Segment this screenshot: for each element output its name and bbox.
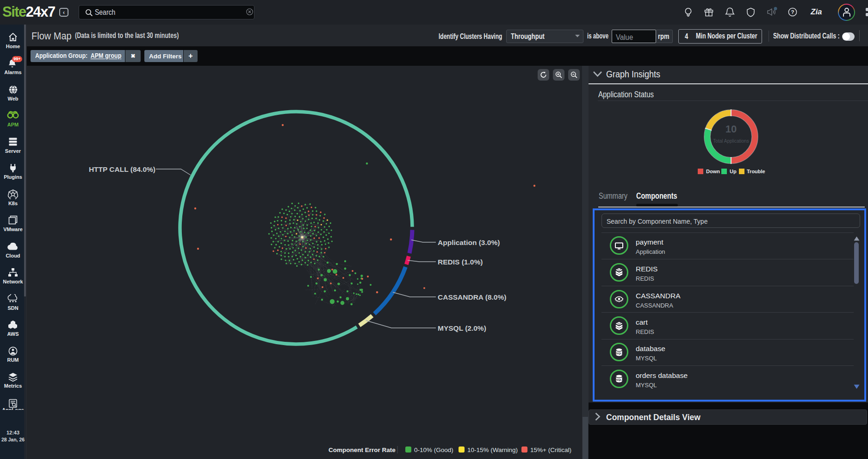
svg-text:HTTP CALL (84.0%): HTTP CALL (84.0%) <box>89 165 155 173</box>
svg-text:CASSANDRA (8.0%): CASSANDRA (8.0%) <box>438 293 506 301</box>
svg-text:0-10% (Good): 0-10% (Good) <box>414 446 453 453</box>
svg-text:MYSQL (2.0%): MYSQL (2.0%) <box>438 324 486 332</box>
svg-text:15%+ (Critical): 15%+ (Critical) <box>530 446 571 453</box>
svg-text:Application (3.0%): Application (3.0%) <box>438 239 500 246</box>
svg-text:Component Error Rate: Component Error Rate <box>329 446 396 453</box>
svg-text:10-15% (Warning): 10-15% (Warning) <box>467 446 518 453</box>
svg-text:SQL: SQL <box>616 352 622 355</box>
svg-text:SQL: SQL <box>616 378 622 381</box>
svg-text:?: ? <box>791 9 794 15</box>
svg-text:REDIS (1.0%): REDIS (1.0%) <box>438 258 483 266</box>
